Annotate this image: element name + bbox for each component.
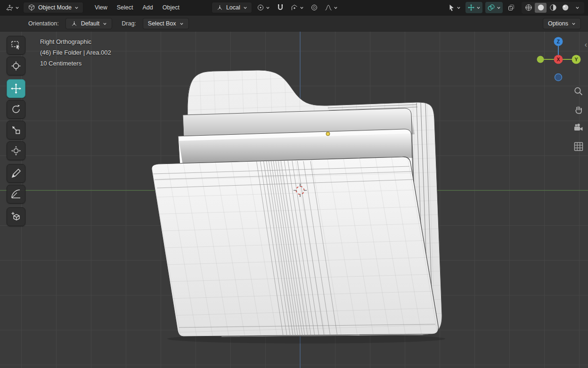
shading-options-dropdown[interactable] <box>572 3 583 13</box>
mode-dropdown[interactable]: Object Mode <box>23 2 83 13</box>
shading-rendered-icon <box>561 3 570 12</box>
proportional-falloff-icon <box>325 4 332 11</box>
shading-solid-button[interactable] <box>535 3 547 13</box>
chevron-down-icon <box>457 6 461 10</box>
options-label: Options <box>548 20 568 27</box>
gizmo-axis-x[interactable]: X <box>554 55 563 64</box>
menu-view[interactable]: View <box>90 2 112 13</box>
snap-target-icon <box>291 4 298 11</box>
move-tool-icon <box>10 83 22 94</box>
transform-orientation-icon <box>216 4 223 11</box>
gizmo-axis-z-negative[interactable] <box>555 74 562 81</box>
options-dropdown[interactable]: Options <box>543 18 581 29</box>
pivot-point-icon <box>257 4 264 11</box>
proportional-editing-icon <box>310 4 318 11</box>
snap-toggle[interactable] <box>275 2 286 13</box>
orientation-dropdown[interactable]: Default <box>65 18 113 29</box>
gizmo-axis-y[interactable]: Y <box>572 55 581 64</box>
scene-canvas <box>0 32 588 368</box>
chevron-down-icon <box>300 6 304 10</box>
object-origin-dot[interactable] <box>326 132 330 136</box>
cursor-tool[interactable] <box>7 57 25 75</box>
shading-wireframe-icon <box>524 3 533 12</box>
pivot-point-dropdown[interactable] <box>255 2 272 13</box>
shading-mode-group <box>522 2 584 14</box>
header-menubar: View Select Add Object <box>90 2 184 13</box>
drag-dropdown[interactable]: Select Box <box>143 18 189 29</box>
transform-orientation-dropdown[interactable]: Local <box>212 2 252 13</box>
shading-wireframe-button[interactable] <box>523 3 534 13</box>
measure-tool-icon <box>10 188 22 200</box>
shading-material-button[interactable] <box>547 3 559 13</box>
snap-settings-dropdown[interactable] <box>289 2 306 13</box>
box-select-tool-icon <box>10 40 22 51</box>
menu-add[interactable]: Add <box>138 2 158 13</box>
shading-rendered-button[interactable] <box>559 3 571 13</box>
object-select-cursor-icon <box>448 4 455 11</box>
add-cube-tool[interactable] <box>7 207 25 226</box>
chevron-down-icon <box>103 22 107 26</box>
proportional-editing-toggle[interactable] <box>309 2 320 13</box>
snap-magnet-icon <box>277 4 284 11</box>
shading-solid-icon <box>537 3 545 12</box>
editor-type-selector[interactable] <box>4 2 21 13</box>
scale-tool-icon <box>10 124 22 136</box>
cursor-tool-icon <box>10 60 22 72</box>
chevron-down-icon <box>243 6 247 10</box>
camera-view-button[interactable] <box>572 122 585 134</box>
drag-label: Drag: <box>122 20 136 27</box>
rotate-tool-icon <box>10 104 22 115</box>
chevron-down-icon <box>572 22 576 26</box>
pan-button[interactable] <box>572 104 585 116</box>
show-overlays-toggle[interactable] <box>485 2 503 13</box>
navigation-gizmo[interactable]: Z Y X <box>535 36 582 83</box>
mode-dropdown-label: Object Mode <box>38 4 72 11</box>
object-type-visibility-dropdown[interactable] <box>446 2 463 13</box>
chevron-down-icon <box>334 6 338 10</box>
proportional-falloff-dropdown[interactable] <box>323 2 340 13</box>
drag-value: Select Box <box>148 20 176 27</box>
scale-tool[interactable] <box>7 121 25 139</box>
3d-viewport[interactable]: Right Orthographic (46) File Folder | Ar… <box>0 32 588 368</box>
chevron-left-icon: ‹ <box>585 41 587 49</box>
chevron-down-icon <box>74 6 79 10</box>
chevron-down-icon <box>497 6 501 10</box>
header-right-group <box>446 2 584 14</box>
sidebar-toggle[interactable]: ‹ <box>584 40 588 49</box>
xray-toggle[interactable] <box>506 2 517 13</box>
chevron-down-icon <box>476 6 481 10</box>
header-left-group: Object Mode View Select Add Object <box>4 2 184 13</box>
object-mode-icon <box>28 4 35 11</box>
chevron-down-icon <box>15 6 19 10</box>
zoom-button[interactable] <box>572 85 585 98</box>
box-select-tool[interactable] <box>7 36 25 55</box>
transform-orientation-icon <box>71 20 78 27</box>
gizmo-axis-y-negative[interactable] <box>537 56 544 63</box>
transform-tool[interactable] <box>7 141 25 160</box>
pan-hand-icon <box>573 104 584 115</box>
annotate-tool[interactable] <box>7 164 25 183</box>
orientation-label: Orientation: <box>28 20 59 27</box>
viewport-info-overlay: Right Orthographic (46) File Folder | Ar… <box>40 36 111 69</box>
viewport-header: Object Mode View Select Add Object Local <box>0 0 588 15</box>
svg-text:Y: Y <box>574 57 578 62</box>
blender-window: Object Mode View Select Add Object Local <box>0 0 588 368</box>
view-name-text: Right Orthographic <box>40 36 111 47</box>
toolbar <box>7 36 25 228</box>
annotate-tool-icon <box>10 168 22 179</box>
chevron-down-icon <box>266 6 270 10</box>
toggle-ortho-button[interactable] <box>572 140 585 153</box>
folder-front-panel[interactable] <box>152 157 439 336</box>
editor-type-icon <box>6 4 14 12</box>
zoom-icon <box>573 86 584 97</box>
grid-view-icon <box>573 141 584 152</box>
move-tool[interactable] <box>7 79 25 98</box>
transform-tool-icon <box>10 145 22 156</box>
menu-object[interactable]: Object <box>158 2 184 13</box>
menu-select[interactable]: Select <box>112 2 138 13</box>
rotate-tool[interactable] <box>7 100 25 119</box>
show-gizmo-toggle[interactable] <box>466 2 482 13</box>
gizmo-axis-z[interactable]: Z <box>554 37 563 46</box>
orientation-value: Default <box>81 20 100 27</box>
measure-tool[interactable] <box>7 185 25 204</box>
